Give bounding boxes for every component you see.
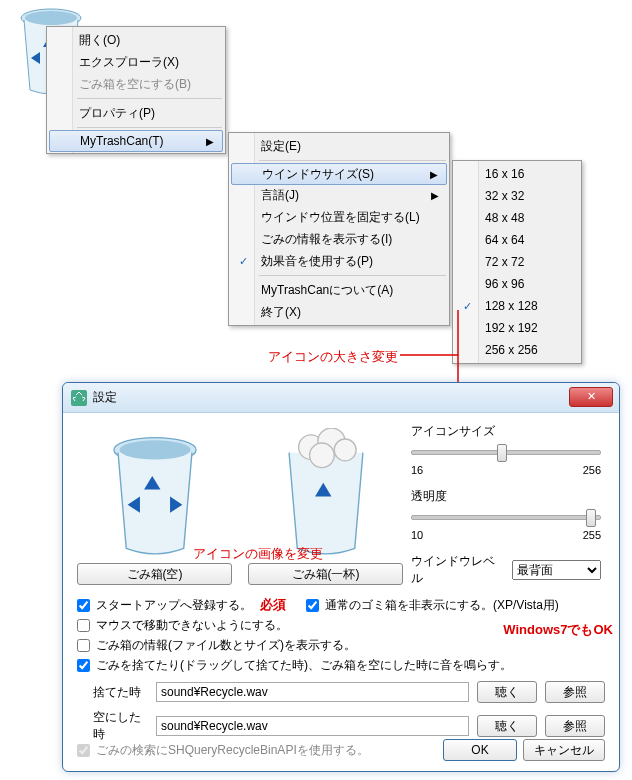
anno-win7: Windows7でもOK (503, 621, 613, 639)
preview-empty-icon (77, 423, 232, 563)
drop-browse-button[interactable]: 参照 (545, 681, 605, 703)
ctx-use-sound[interactable]: ✓効果音を使用する(P) (231, 250, 447, 272)
empty-sound-input[interactable] (156, 716, 469, 736)
svg-point-4 (119, 440, 190, 459)
chk-play-sound[interactable]: ごみを捨てたり(ドラッグして捨てた時)、ごみ箱を空にした時に音を鳴らす。 (77, 655, 605, 675)
ctx-lock-position[interactable]: ウインドウ位置を固定する(L) (231, 206, 447, 228)
full-bin-image-button[interactable]: ごみ箱(一杯) (248, 563, 403, 585)
empty-bin-image-button[interactable]: ごみ箱(空) (77, 563, 232, 585)
chevron-right-icon: ▶ (431, 190, 439, 201)
empty-browse-button[interactable]: 参照 (545, 715, 605, 737)
size-16[interactable]: 16 x 16 (455, 163, 579, 185)
drop-listen-button[interactable]: 聴く (477, 681, 537, 703)
recycle-icon (71, 390, 87, 406)
ctx-settings[interactable]: 設定(E) (231, 135, 447, 157)
ctx-explorer[interactable]: エクスプローラ(X) (49, 51, 223, 73)
empty-listen-button[interactable]: 聴く (477, 715, 537, 737)
chk-api: ごみの検索にSHQueryRecycleBinAPIを使用する。 (77, 740, 369, 760)
context-menu-main: 開く(O) エクスプローラ(X) ごみ箱を空にする(B) プロパティ(P) My… (46, 26, 226, 154)
check-icon: ✓ (463, 300, 472, 313)
ctx-exit[interactable]: 終了(X) (231, 301, 447, 323)
svg-point-8 (309, 443, 334, 468)
svg-point-7 (334, 439, 356, 461)
size-48[interactable]: 48 x 48 (455, 207, 579, 229)
ctx-window-size[interactable]: ウインドウサイズ(S)▶ (231, 163, 447, 185)
ok-button[interactable]: OK (443, 739, 517, 761)
ctx-mytrashcan[interactable]: MyTrashCan(T)▶ (49, 130, 223, 152)
cancel-button[interactable]: キャンセル (523, 739, 605, 761)
ctx-properties[interactable]: プロパティ(P) (49, 102, 223, 124)
svg-point-1 (25, 11, 77, 25)
size-96[interactable]: 96 x 96 (455, 273, 579, 295)
icon-size-label: アイコンサイズ (411, 423, 601, 440)
window-level-label: ウインドウレベル (411, 553, 506, 587)
ctx-open[interactable]: 開く(O) (49, 29, 223, 51)
size-192[interactable]: 192 x 192 (455, 317, 579, 339)
context-menu-size: 16 x 16 32 x 32 48 x 48 64 x 64 72 x 72 … (452, 160, 582, 364)
chevron-right-icon: ▶ (430, 169, 438, 180)
dialog-titlebar: 設定 ✕ (63, 383, 619, 413)
window-level-select[interactable]: 最背面 (512, 560, 601, 580)
ctx-about[interactable]: MyTrashCanについて(A) (231, 279, 447, 301)
drop-sound-input[interactable] (156, 682, 469, 702)
anno-icon-size: アイコンの大きさ変更 (268, 348, 398, 366)
close-button[interactable]: ✕ (569, 387, 613, 407)
chevron-right-icon: ▶ (206, 136, 214, 147)
size-32[interactable]: 32 x 32 (455, 185, 579, 207)
settings-dialog: 設定 ✕ ごみ箱(空) ごみ箱(一杯) アイコンの画像を変更 アイコンサイズ 1… (62, 382, 620, 772)
preview-full-icon (248, 423, 403, 563)
empty-sound-label: 空にした時 (93, 709, 148, 743)
ctx-show-info[interactable]: ごみの情報を表示する(I) (231, 228, 447, 250)
anno-icon-image: アイコンの画像を変更 (193, 545, 323, 563)
size-128[interactable]: ✓128 x 128 (455, 295, 579, 317)
chk-hide-normal[interactable]: 通常のゴミ箱を非表示にする。(XP/Vista用) (306, 595, 559, 615)
drop-sound-label: 捨てた時 (93, 684, 148, 701)
ctx-empty-bin: ごみ箱を空にする(B) (49, 73, 223, 95)
check-icon: ✓ (239, 255, 248, 268)
dialog-title: 設定 (93, 389, 117, 406)
chk-startup[interactable]: スタートアップへ登録する。必須 (77, 595, 286, 615)
icon-size-slider[interactable] (411, 442, 601, 462)
size-256[interactable]: 256 x 256 (455, 339, 579, 361)
context-menu-mytrashcan: 設定(E) ウインドウサイズ(S)▶ 言語(J)▶ ウインドウ位置を固定する(L… (228, 132, 450, 326)
size-64[interactable]: 64 x 64 (455, 229, 579, 251)
ctx-language[interactable]: 言語(J)▶ (231, 184, 447, 206)
opacity-label: 透明度 (411, 488, 601, 505)
size-72[interactable]: 72 x 72 (455, 251, 579, 273)
opacity-slider[interactable] (411, 507, 601, 527)
